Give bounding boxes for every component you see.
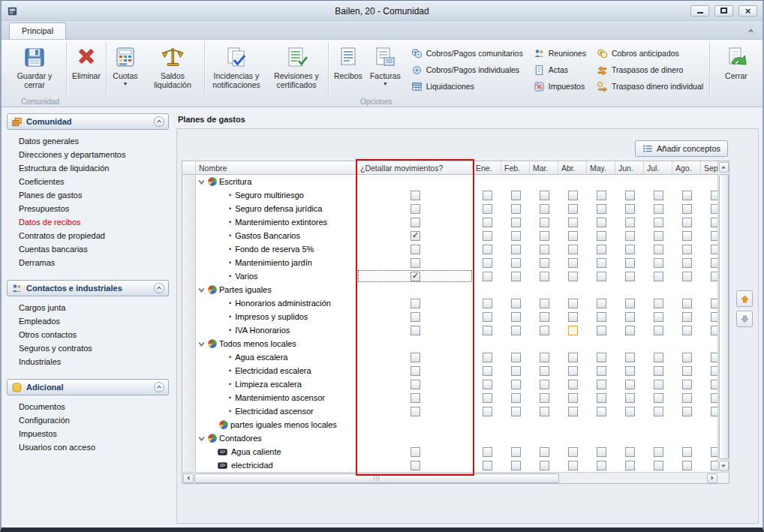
month-checkbox[interactable] [568,191,578,200]
month-checkbox[interactable] [654,231,663,241]
month-checkbox[interactable] [711,326,718,335]
month-checkbox[interactable] [625,326,635,335]
row-indicator-cell[interactable] [182,337,196,350]
sidebar-item-datos-generales[interactable]: Datos generales [7,134,169,148]
sidebar-item-datos-de-recibos[interactable]: Datos de recibos [7,215,169,229]
scroll-up-button[interactable] [719,162,729,173]
revisiones-y-certificados-button[interactable]: Revisiones y certificados [266,41,326,96]
month-checkbox[interactable] [568,218,578,227]
month-checkbox[interactable] [682,326,692,335]
detail-checkbox[interactable] [411,407,420,416]
month-checkbox[interactable] [597,312,606,322]
sidebar-item-cargos-junta[interactable]: Cargos junta [7,301,169,314]
month-checkbox[interactable] [511,366,521,376]
month-checkbox[interactable] [654,245,663,254]
collapse-chevron-icon[interactable] [154,283,164,293]
month-checkbox[interactable] [654,191,663,200]
tree-node-electricidad-ascensor[interactable]: •Electricidad ascensor [196,404,357,418]
sidebar-item-direcciones-y-departamentos[interactable]: Direcciones y departamentos [7,148,169,161]
month-checkbox[interactable] [511,204,521,214]
actas-button[interactable]: Actas [532,63,588,77]
row-indicator-cell[interactable] [182,431,196,445]
eliminar-button[interactable]: Eliminar [68,41,104,96]
row-indicator-cell[interactable] [182,202,196,215]
detail-checkbox[interactable] [411,204,420,214]
detail-checkbox[interactable] [411,312,420,322]
month-checkbox[interactable] [711,447,718,457]
month-checkbox[interactable] [540,204,549,214]
detail-checkbox[interactable] [411,393,420,403]
month-checkbox[interactable] [682,245,692,254]
row-indicator-cell[interactable] [182,242,196,256]
row-indicator-cell[interactable] [182,445,196,458]
month-checkbox[interactable] [654,447,663,457]
ribbon-collapse-button[interactable] [744,26,756,36]
month-checkbox[interactable] [682,299,692,308]
row-indicator-cell[interactable] [182,310,196,323]
month-checkbox[interactable] [597,231,606,241]
month-checkbox[interactable] [483,447,492,457]
section-header-adicional[interactable]: Adicional [7,379,169,395]
month-checkbox[interactable] [540,258,549,268]
month-checkbox[interactable] [711,393,718,403]
month-checkbox[interactable] [711,380,718,389]
tree-node-impresos-y-suplidos[interactable]: •Impresos y suplidos [196,310,357,323]
cuotas-button[interactable]: Cuotas▾ [108,41,143,96]
month-checkbox[interactable] [711,218,718,227]
month-checkbox[interactable] [711,191,718,200]
month-checkbox[interactable] [511,461,521,470]
month-checkbox[interactable] [597,272,606,281]
month-checkbox[interactable] [711,204,718,214]
month-checkbox[interactable] [568,312,578,322]
month-checkbox[interactable] [540,407,549,416]
expander-icon[interactable] [197,286,206,294]
sidebar-item-seguros-y-contratos[interactable]: Seguros y contratos [7,341,169,355]
month-checkbox[interactable] [597,393,606,403]
month-checkbox[interactable] [540,272,549,281]
column-header-jun[interactable]: Jun. [615,161,644,175]
cobros-pagos-comunitarios-button[interactable]: Cobros/Pagos comunitarios [410,47,525,60]
month-checkbox[interactable] [540,299,549,308]
tree-node-seguro-multiriesgo[interactable]: •Seguro multiriesgo [196,188,357,202]
row-indicator-cell[interactable] [182,391,196,404]
sidebar-item-impuestos[interactable]: Impuestos [7,427,169,440]
month-checkbox[interactable] [682,231,692,241]
month-checkbox[interactable] [654,258,663,268]
month-checkbox[interactable] [625,366,635,376]
month-checkbox[interactable] [682,204,692,214]
month-checkbox[interactable] [597,447,606,457]
row-indicator-cell[interactable] [182,188,196,202]
month-checkbox[interactable] [483,461,492,470]
row-indicator-cell[interactable] [182,418,196,431]
detail-checkbox[interactable] [411,447,420,457]
month-checkbox[interactable] [625,231,635,241]
tree-node-limpieza-escalera[interactable]: •Limpieza escalera [196,377,357,391]
month-checkbox[interactable] [483,312,492,322]
month-checkbox[interactable] [511,312,521,322]
row-indicator-cell[interactable] [182,323,196,337]
month-checkbox[interactable] [540,218,549,227]
month-checkbox[interactable] [625,218,635,227]
sidebar-item-derramas[interactable]: Derramas [7,256,169,269]
vertical-scroll-thumb[interactable] [719,174,729,459]
tree-node-honorarios-administracion[interactable]: •Honorarios administración [196,296,357,310]
month-checkbox[interactable] [540,245,549,254]
month-checkbox[interactable] [711,245,718,254]
month-checkbox[interactable] [654,312,663,322]
month-checkbox[interactable] [597,258,606,268]
month-checkbox[interactable] [483,191,492,200]
tree-node-varios[interactable]: •Varios [196,269,357,283]
guardar-y-cerrar-button[interactable]: Guardar y cerrar [5,41,65,96]
month-checkbox[interactable] [511,258,521,268]
month-checkbox[interactable] [597,366,606,376]
month-checkbox[interactable] [568,326,578,335]
month-checkbox[interactable] [483,258,492,268]
tree-node-partes-iguales-menos-locales[interactable]: partes iguales menos locales [196,418,357,431]
month-checkbox[interactable] [625,191,635,200]
month-checkbox[interactable] [625,258,635,268]
tree-node-contadores[interactable]: Contadores [196,431,357,445]
detail-checkbox[interactable] [411,366,420,376]
detail-checkbox[interactable] [411,258,420,268]
month-checkbox[interactable] [597,204,606,214]
month-checkbox[interactable] [511,299,521,308]
